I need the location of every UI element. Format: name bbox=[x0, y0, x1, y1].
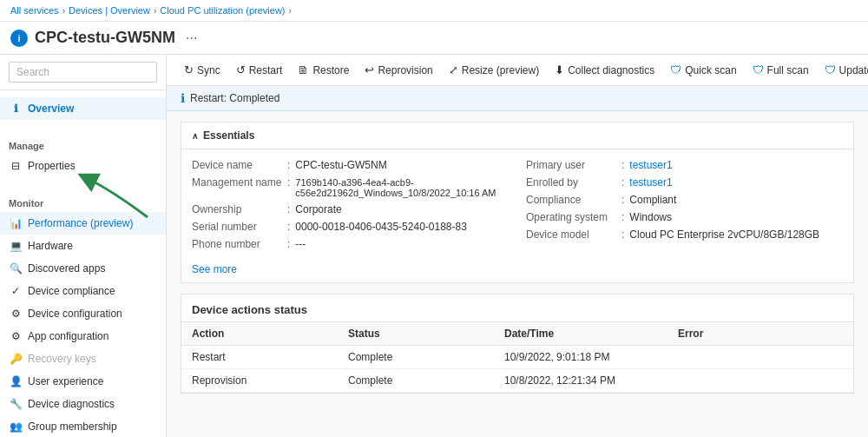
col-error: Error bbox=[678, 328, 843, 340]
status-info-icon: ℹ bbox=[181, 91, 185, 105]
row2-action: Reprovision bbox=[192, 374, 348, 387]
page-header: i CPC-testu-GW5NM ··· bbox=[0, 22, 868, 55]
restart-button[interactable]: ↺ Restart bbox=[229, 60, 290, 80]
hardware-icon: 💻 bbox=[9, 239, 23, 253]
essentials-section: ∧ Essentials Device name : CPC-testu-GW5… bbox=[181, 122, 854, 283]
restore-icon: 🗎 bbox=[298, 63, 309, 76]
sidebar-item-label: Device compliance bbox=[28, 285, 115, 297]
quick-scan-button[interactable]: 🛡 Quick scan bbox=[663, 60, 743, 80]
sidebar-item-overview[interactable]: ℹ Overview bbox=[0, 97, 166, 120]
performance-icon: 📊 bbox=[9, 216, 23, 230]
essentials-left-column: Device name : CPC-testu-GW5NM Management… bbox=[192, 156, 509, 253]
sidebar-item-device-compliance[interactable]: ✓ Device compliance bbox=[0, 280, 166, 302]
row1-status: Complete bbox=[348, 351, 504, 363]
sidebar-item-performance[interactable]: 📊 Performance (preview) bbox=[0, 212, 166, 235]
sidebar-item-label: App configuration bbox=[28, 330, 108, 342]
essentials-row-phone-number: Phone number : --- bbox=[192, 235, 509, 253]
collect-diagnostics-button[interactable]: ⬇ Collect diagnostics bbox=[548, 60, 661, 80]
breadcrumb-cloud-pc[interactable]: Cloud PC utilization (preview) bbox=[160, 5, 285, 16]
essentials-title: Essentials bbox=[203, 129, 254, 142]
update-defender-button[interactable]: 🛡 Update Windows Defender security intel… bbox=[818, 60, 868, 80]
enrolled-by-link[interactable]: testuser1 bbox=[629, 176, 672, 189]
essentials-row-management-name: Management name : 7169b140-a396-4ea4-acb… bbox=[192, 174, 509, 201]
sidebar-item-hardware[interactable]: 💻 Hardware bbox=[0, 235, 166, 257]
reprovision-icon: ↩ bbox=[365, 63, 374, 76]
sync-icon: ↻ bbox=[184, 63, 194, 76]
content-body: ∧ Essentials Device name : CPC-testu-GW5… bbox=[167, 111, 868, 404]
sidebar-item-label: Properties bbox=[28, 160, 76, 172]
reprovision-button[interactable]: ↩ Reprovision bbox=[358, 60, 439, 80]
status-bar: ℹ Restart: Completed bbox=[167, 86, 868, 111]
device-configuration-icon: ⚙ bbox=[9, 307, 23, 321]
col-action: Action bbox=[192, 328, 348, 340]
info-icon: i bbox=[10, 30, 28, 47]
sync-button[interactable]: ↻ Sync bbox=[177, 60, 227, 80]
monitor-section-label: Monitor bbox=[0, 191, 166, 212]
sidebar-item-label: User experience bbox=[28, 375, 103, 387]
device-actions-title: Device actions status bbox=[181, 295, 853, 321]
essentials-row-serial-number: Serial number : 0000-0018-0406-0435-5240… bbox=[192, 218, 509, 235]
sidebar-item-label: Discovered apps bbox=[28, 262, 105, 275]
resize-icon: ⤢ bbox=[449, 63, 458, 76]
table-row: Restart Complete 10/9/2022, 9:01:18 PM bbox=[181, 346, 853, 369]
sidebar-item-device-configuration[interactable]: ⚙ Device configuration bbox=[0, 302, 166, 325]
sidebar-item-user-experience[interactable]: 👤 User experience bbox=[0, 370, 166, 393]
toolbar: ↻ Sync ↺ Restart 🗎 Restore ↩ Reprovision… bbox=[167, 55, 868, 86]
essentials-row-ownership: Ownership : Corporate bbox=[192, 201, 509, 218]
breadcrumb-all-services[interactable]: All services bbox=[10, 5, 59, 16]
recovery-keys-icon: 🔑 bbox=[9, 352, 23, 366]
sidebar-item-properties[interactable]: ⊟ Properties bbox=[0, 155, 166, 177]
row2-datetime: 10/8/2022, 12:21:34 PM bbox=[504, 374, 678, 387]
row1-action: Restart bbox=[192, 351, 348, 363]
collect-diagnostics-icon: ⬇ bbox=[555, 63, 564, 76]
sidebar-item-group-membership[interactable]: 👥 Group membership bbox=[0, 415, 166, 437]
group-membership-icon: 👥 bbox=[9, 420, 23, 434]
sidebar-item-label: Device diagnostics bbox=[28, 398, 115, 410]
sidebar-item-label: Overview bbox=[28, 103, 74, 115]
essentials-row-os: Operating system : Windows bbox=[526, 209, 843, 226]
essentials-header[interactable]: ∧ Essentials bbox=[181, 122, 853, 149]
essentials-chevron-icon: ∧ bbox=[192, 131, 198, 141]
full-scan-button[interactable]: 🛡 Full scan bbox=[746, 60, 816, 80]
breadcrumb: All services › Devices | Overview › Clou… bbox=[0, 0, 868, 22]
col-status: Status bbox=[348, 328, 504, 340]
essentials-row-primary-user: Primary user : testuser1 bbox=[526, 156, 843, 174]
device-compliance-icon: ✓ bbox=[9, 284, 23, 298]
sidebar-item-label: Hardware bbox=[28, 240, 73, 252]
content-area: ↻ Sync ↺ Restart 🗎 Restore ↩ Reprovision… bbox=[167, 55, 868, 437]
essentials-row-compliance: Compliance : Compliant bbox=[526, 191, 843, 209]
essentials-row-device-model: Device model : Cloud PC Enterprise 2vCPU… bbox=[526, 226, 843, 243]
discovered-apps-icon: 🔍 bbox=[9, 262, 23, 275]
primary-user-link[interactable]: testuser1 bbox=[629, 159, 672, 171]
user-experience-icon: 👤 bbox=[9, 374, 23, 388]
col-datetime: Date/Time bbox=[504, 328, 678, 340]
see-more-link[interactable]: See more bbox=[192, 263, 237, 275]
row2-status: Complete bbox=[348, 374, 504, 387]
device-actions-section: Device actions status Action Status Date… bbox=[181, 294, 854, 394]
resize-button[interactable]: ⤢ Resize (preview) bbox=[442, 60, 546, 80]
sidebar-item-recovery-keys: 🔑 Recovery keys bbox=[0, 348, 166, 370]
row1-error bbox=[678, 351, 843, 363]
table-header: Action Status Date/Time Error bbox=[181, 321, 853, 346]
app-configuration-icon: ⚙ bbox=[9, 329, 23, 343]
breadcrumb-devices-overview[interactable]: Devices | Overview bbox=[69, 5, 150, 16]
ellipsis-menu-icon[interactable]: ··· bbox=[186, 30, 197, 46]
restart-icon: ↺ bbox=[236, 63, 246, 76]
search-input[interactable] bbox=[9, 62, 157, 83]
essentials-grid: Device name : CPC-testu-GW5NM Management… bbox=[181, 149, 853, 260]
sidebar-item-label: Performance (preview) bbox=[28, 217, 133, 229]
properties-icon: ⊟ bbox=[9, 159, 23, 173]
see-more-container: See more bbox=[181, 260, 853, 282]
sidebar: ℹ Overview Manage ⊟ Properties Monitor 📊… bbox=[0, 55, 167, 437]
page-title: CPC-testu-GW5NM bbox=[35, 29, 175, 47]
table-row: Reprovision Complete 10/8/2022, 12:21:34… bbox=[181, 369, 853, 393]
sidebar-item-discovered-apps[interactable]: 🔍 Discovered apps bbox=[0, 257, 166, 280]
restore-button[interactable]: 🗎 Restore bbox=[291, 60, 356, 80]
manage-section-label: Manage bbox=[0, 134, 166, 155]
overview-icon: ℹ bbox=[9, 102, 23, 116]
essentials-row-enrolled-by: Enrolled by : testuser1 bbox=[526, 174, 843, 191]
row2-error bbox=[678, 374, 843, 387]
sidebar-item-device-diagnostics[interactable]: 🔧 Device diagnostics bbox=[0, 393, 166, 415]
sidebar-item-app-configuration[interactable]: ⚙ App configuration bbox=[0, 325, 166, 348]
sidebar-item-label: Device configuration bbox=[28, 308, 122, 320]
